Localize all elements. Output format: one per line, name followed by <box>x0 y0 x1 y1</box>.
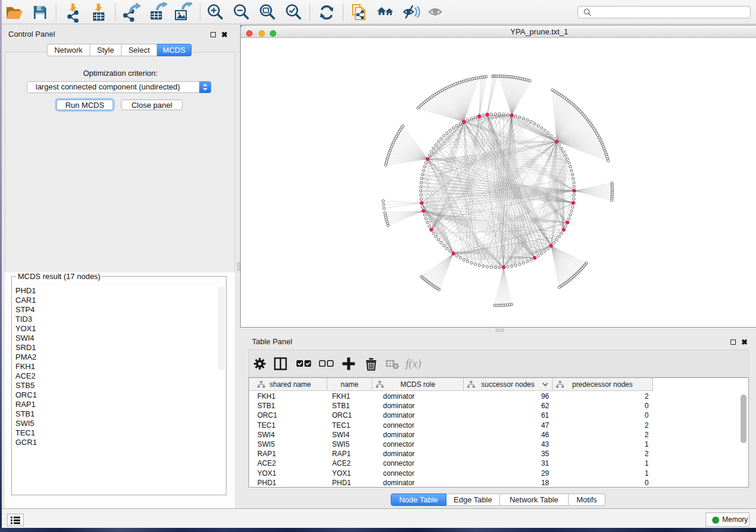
svg-text:f(x): f(x) <box>406 357 421 370</box>
